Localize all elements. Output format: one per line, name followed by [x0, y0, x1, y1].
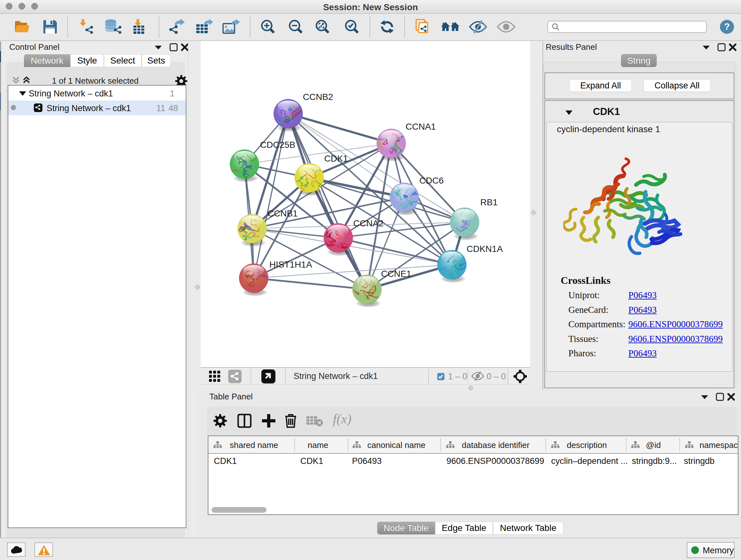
svg-text:CDC25B: CDC25B	[260, 140, 295, 150]
svg-text:CCNE1: CCNE1	[381, 269, 411, 279]
svg-text:RB1: RB1	[480, 197, 497, 207]
svg-text:CDC6: CDC6	[419, 176, 444, 186]
svg-text:CCNA1: CCNA1	[406, 122, 436, 132]
svg-text:CCNA2: CCNA2	[353, 219, 384, 228]
svg-text:CCNB1: CCNB1	[267, 208, 298, 219]
svg-text:CDKN1A: CDKN1A	[467, 244, 503, 254]
svg-text:CCNB2: CCNB2	[303, 92, 333, 102]
svg-text:?: ?	[724, 21, 730, 32]
svg-text:CDK1: CDK1	[324, 153, 348, 164]
svg-text:HIST1H1A: HIST1H1A	[269, 260, 312, 269]
